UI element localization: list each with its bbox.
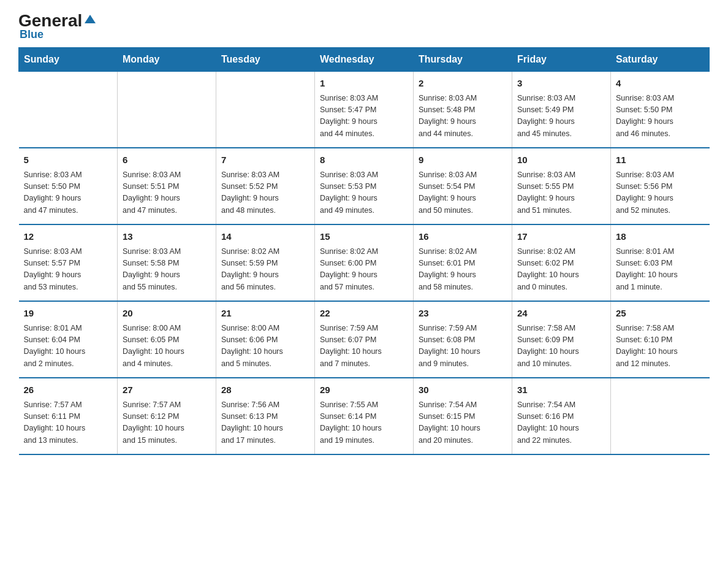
calendar-week-row: 5Sunrise: 8:03 AMSunset: 5:50 PMDaylight… [19, 148, 710, 224]
calendar-cell: 15Sunrise: 8:02 AMSunset: 6:00 PMDayligh… [315, 224, 414, 301]
day-info: Sunrise: 8:03 AMSunset: 5:55 PMDaylight:… [517, 169, 605, 217]
day-number: 1 [320, 77, 408, 91]
calendar-day-header-tuesday: Tuesday [216, 48, 315, 72]
calendar-cell [216, 72, 315, 148]
day-info: Sunrise: 7:57 AMSunset: 6:12 PMDaylight:… [123, 399, 211, 447]
calendar-cell: 14Sunrise: 8:02 AMSunset: 5:59 PMDayligh… [216, 224, 315, 301]
day-number: 6 [123, 153, 211, 167]
calendar-day-header-sunday: Sunday [19, 48, 118, 72]
day-number: 30 [419, 383, 507, 397]
day-number: 22 [320, 307, 408, 321]
calendar-cell: 8Sunrise: 8:03 AMSunset: 5:53 PMDaylight… [315, 148, 414, 224]
calendar-cell: 9Sunrise: 8:03 AMSunset: 5:54 PMDaylight… [414, 148, 512, 224]
calendar-cell: 11Sunrise: 8:03 AMSunset: 5:56 PMDayligh… [611, 148, 710, 224]
day-info: Sunrise: 8:03 AMSunset: 5:51 PMDaylight:… [123, 169, 211, 217]
calendar-cell: 20Sunrise: 8:00 AMSunset: 6:05 PMDayligh… [118, 301, 216, 378]
day-number: 28 [221, 383, 309, 397]
day-number: 26 [24, 383, 113, 397]
calendar-week-row: 1Sunrise: 8:03 AMSunset: 5:47 PMDaylight… [19, 72, 710, 148]
day-info: Sunrise: 8:03 AMSunset: 5:50 PMDaylight:… [24, 169, 113, 217]
calendar-cell [19, 72, 118, 148]
day-number: 17 [517, 230, 605, 244]
day-info: Sunrise: 8:01 AMSunset: 6:04 PMDaylight:… [24, 323, 113, 370]
calendar-day-header-wednesday: Wednesday [315, 48, 414, 72]
day-number: 20 [123, 307, 211, 321]
calendar-cell: 29Sunrise: 7:55 AMSunset: 6:14 PMDayligh… [315, 378, 414, 454]
day-info: Sunrise: 7:56 AMSunset: 6:13 PMDaylight:… [221, 399, 309, 447]
day-number: 11 [616, 153, 705, 167]
calendar-cell: 24Sunrise: 7:58 AMSunset: 6:09 PMDayligh… [512, 301, 611, 378]
page-header: General Blue [18, 12, 710, 41]
calendar-week-row: 12Sunrise: 8:03 AMSunset: 5:57 PMDayligh… [19, 224, 710, 301]
day-info: Sunrise: 8:03 AMSunset: 5:50 PMDaylight:… [616, 93, 705, 140]
day-info: Sunrise: 8:03 AMSunset: 5:47 PMDaylight:… [320, 93, 408, 140]
day-info: Sunrise: 7:58 AMSunset: 6:09 PMDaylight:… [517, 323, 605, 370]
day-info: Sunrise: 8:03 AMSunset: 5:49 PMDaylight:… [517, 93, 605, 140]
day-info: Sunrise: 8:03 AMSunset: 5:57 PMDaylight:… [24, 246, 113, 294]
calendar-cell: 26Sunrise: 7:57 AMSunset: 6:11 PMDayligh… [19, 378, 118, 454]
logo-general: General [18, 12, 82, 29]
calendar-cell: 17Sunrise: 8:02 AMSunset: 6:02 PMDayligh… [512, 224, 611, 301]
calendar-cell [611, 378, 710, 454]
calendar-day-header-friday: Friday [512, 48, 611, 72]
day-number: 12 [24, 230, 113, 244]
day-info: Sunrise: 7:55 AMSunset: 6:14 PMDaylight:… [320, 399, 408, 447]
day-info: Sunrise: 8:00 AMSunset: 6:06 PMDaylight:… [221, 323, 309, 370]
calendar-cell: 12Sunrise: 8:03 AMSunset: 5:57 PMDayligh… [19, 224, 118, 301]
day-number: 3 [517, 77, 605, 91]
calendar-cell: 1Sunrise: 8:03 AMSunset: 5:47 PMDaylight… [315, 72, 414, 148]
day-info: Sunrise: 8:03 AMSunset: 5:58 PMDaylight:… [123, 246, 211, 294]
calendar-week-row: 26Sunrise: 7:57 AMSunset: 6:11 PMDayligh… [19, 378, 710, 454]
calendar-cell: 28Sunrise: 7:56 AMSunset: 6:13 PMDayligh… [216, 378, 315, 454]
calendar-cell: 3Sunrise: 8:03 AMSunset: 5:49 PMDaylight… [512, 72, 611, 148]
calendar-cell: 31Sunrise: 7:54 AMSunset: 6:16 PMDayligh… [512, 378, 611, 454]
day-number: 4 [616, 77, 705, 91]
calendar-week-row: 19Sunrise: 8:01 AMSunset: 6:04 PMDayligh… [19, 301, 710, 378]
day-info: Sunrise: 8:03 AMSunset: 5:52 PMDaylight:… [221, 169, 309, 217]
day-number: 27 [123, 383, 211, 397]
day-number: 13 [123, 230, 211, 244]
day-info: Sunrise: 8:01 AMSunset: 6:03 PMDaylight:… [616, 246, 705, 294]
calendar-cell: 6Sunrise: 8:03 AMSunset: 5:51 PMDaylight… [118, 148, 216, 224]
logo: General Blue [18, 12, 97, 41]
day-number: 14 [221, 230, 309, 244]
day-info: Sunrise: 7:57 AMSunset: 6:11 PMDaylight:… [24, 399, 113, 447]
calendar-cell: 5Sunrise: 8:03 AMSunset: 5:50 PMDaylight… [19, 148, 118, 224]
day-info: Sunrise: 8:02 AMSunset: 6:01 PMDaylight:… [419, 246, 507, 294]
day-number: 5 [24, 153, 113, 167]
calendar-cell: 23Sunrise: 7:59 AMSunset: 6:08 PMDayligh… [414, 301, 512, 378]
day-number: 21 [221, 307, 309, 321]
calendar-day-header-saturday: Saturday [611, 48, 710, 72]
day-info: Sunrise: 8:03 AMSunset: 5:54 PMDaylight:… [419, 169, 507, 217]
calendar-cell: 4Sunrise: 8:03 AMSunset: 5:50 PMDaylight… [611, 72, 710, 148]
day-number: 9 [419, 153, 507, 167]
day-number: 29 [320, 383, 408, 397]
day-info: Sunrise: 7:59 AMSunset: 6:07 PMDaylight:… [320, 323, 408, 370]
calendar-cell: 13Sunrise: 8:03 AMSunset: 5:58 PMDayligh… [118, 224, 216, 301]
day-number: 10 [517, 153, 605, 167]
day-info: Sunrise: 8:02 AMSunset: 5:59 PMDaylight:… [221, 246, 309, 294]
calendar-cell: 25Sunrise: 7:58 AMSunset: 6:10 PMDayligh… [611, 301, 710, 378]
day-number: 19 [24, 307, 113, 321]
day-info: Sunrise: 8:03 AMSunset: 5:53 PMDaylight:… [320, 169, 408, 217]
day-number: 7 [221, 153, 309, 167]
day-info: Sunrise: 8:02 AMSunset: 6:00 PMDaylight:… [320, 246, 408, 294]
calendar-cell: 16Sunrise: 8:02 AMSunset: 6:01 PMDayligh… [414, 224, 512, 301]
logo-blue: Blue [18, 28, 44, 41]
calendar-cell: 30Sunrise: 7:54 AMSunset: 6:15 PMDayligh… [414, 378, 512, 454]
day-number: 15 [320, 230, 408, 244]
calendar-cell: 7Sunrise: 8:03 AMSunset: 5:52 PMDaylight… [216, 148, 315, 224]
day-info: Sunrise: 8:03 AMSunset: 5:56 PMDaylight:… [616, 169, 705, 217]
calendar-cell: 21Sunrise: 8:00 AMSunset: 6:06 PMDayligh… [216, 301, 315, 378]
calendar-cell [118, 72, 216, 148]
day-info: Sunrise: 7:59 AMSunset: 6:08 PMDaylight:… [419, 323, 507, 370]
day-info: Sunrise: 8:00 AMSunset: 6:05 PMDaylight:… [123, 323, 211, 370]
day-number: 31 [517, 383, 605, 397]
day-info: Sunrise: 8:03 AMSunset: 5:48 PMDaylight:… [419, 93, 507, 140]
day-number: 25 [616, 307, 705, 321]
day-number: 16 [419, 230, 507, 244]
calendar-day-header-monday: Monday [118, 48, 216, 72]
day-info: Sunrise: 8:02 AMSunset: 6:02 PMDaylight:… [517, 246, 605, 294]
day-info: Sunrise: 7:58 AMSunset: 6:10 PMDaylight:… [616, 323, 705, 370]
calendar-cell: 10Sunrise: 8:03 AMSunset: 5:55 PMDayligh… [512, 148, 611, 224]
